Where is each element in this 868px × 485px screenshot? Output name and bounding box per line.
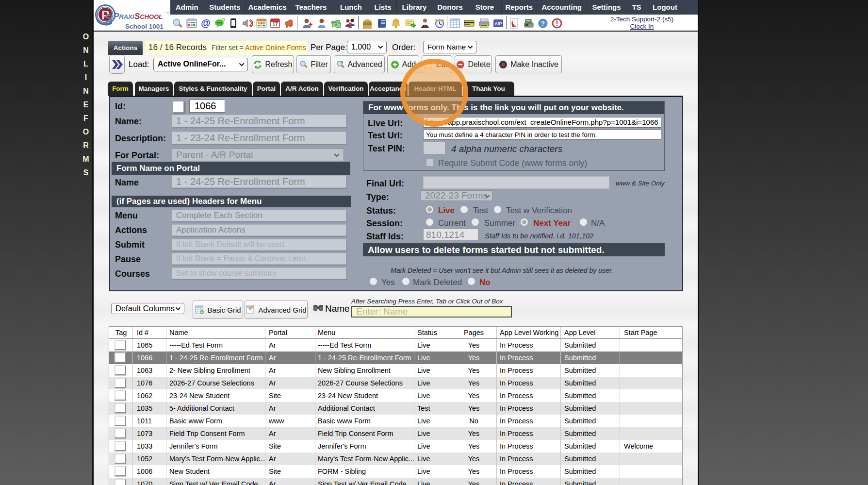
- svg-text:@: @: [201, 18, 211, 28]
- svg-text:PRAXI: PRAXI: [114, 12, 134, 21]
- svg-text:TM: TM: [165, 11, 169, 14]
- svg-text:S: S: [105, 12, 112, 25]
- svg-text:School 1001: School 1001: [125, 23, 164, 30]
- svg-text:?: ?: [541, 20, 545, 27]
- svg-text:17: 17: [272, 22, 278, 27]
- svg-text:SCHOOL: SCHOOL: [134, 12, 163, 21]
- svg-text:A/P: A/P: [494, 21, 502, 26]
